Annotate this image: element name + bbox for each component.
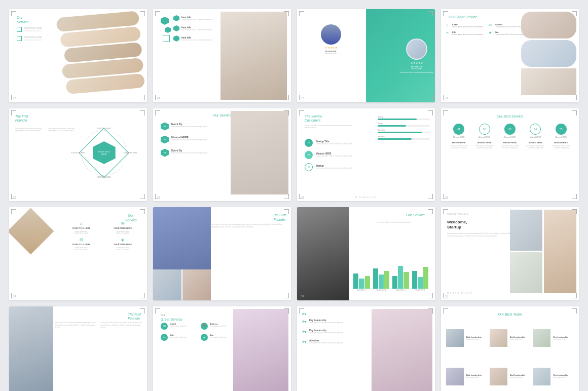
team-item-5: Bad LeadershipLorem ipsum dolor — [490, 359, 531, 391]
slide5-title: The FristFounder — [15, 114, 28, 123]
slide4-num: 24 — [445, 97, 448, 100]
slide7-num: 49 — [301, 196, 304, 199]
slide-9: OurService ⌂ YOUR TITLE HERE Lorem ipsum… — [9, 207, 147, 300]
slide13-title: The FristFounder — [128, 312, 141, 321]
slide10-num: 64 — [157, 295, 160, 298]
slide16-title: Our Best Team — [498, 312, 522, 316]
slide-15: 🗝 🗝 Key Leadership Lorem ipsum dolor sit… — [297, 306, 435, 391]
slide-2: Item title Lorem ipsum dolor sit amet co… — [153, 9, 291, 102]
slide-12: WELCOME PRESENTS A Wellcome,Startup Lore… — [441, 207, 579, 300]
slide-11: Our Service Lorem ipsum dolor sit amet c… — [297, 207, 435, 300]
slide-4: Our Great Service ⌂ E-MailLorem ipsum do… — [441, 9, 579, 102]
slide12-num: 56 — [445, 295, 448, 298]
slide-16: Our Best Team Bad LeadershipLorem ipsum … — [441, 306, 579, 391]
slide-1: OurService ⌂ YOUR TITLE HERElorem ipsum … — [9, 9, 147, 102]
slide-5: The FristFounder Lorem ipsum dolor sit a… — [9, 108, 147, 202]
slide-8: Our Best Service 01 Minimal HERE 02 Mini… — [441, 108, 579, 202]
slide8-title: Our Best Service — [497, 114, 524, 118]
slide6-num: 29 — [157, 196, 160, 199]
slide7-title: The ServiceCustomers — [305, 114, 322, 123]
slide14-title: Our Great Service — [161, 312, 182, 322]
slide2-num: 64 — [157, 97, 160, 100]
slide1-icon1: ⌂ — [17, 27, 22, 32]
slide-10: The FristFounder MINIMALIST Lorem ipsum … — [153, 207, 291, 300]
slide8-num: 51 — [445, 196, 448, 199]
slide9-num: 54 — [13, 295, 16, 298]
slide1-icon2: ⌗ — [17, 36, 22, 41]
slide12-title: Wellcome,Startup — [447, 220, 467, 229]
team-item-3: Our LeadershipLorem ipsum dolor — [533, 321, 574, 356]
slide1-num: 21 — [13, 97, 16, 100]
slide-6: Our Service 01 Event By Lorem ipsum dolo… — [153, 108, 291, 202]
slide-14: Our Great Service ✉ E-Maillorem ipsum do… — [153, 306, 291, 391]
team-item-1: Bad LeadershipLorem ipsum dolor — [446, 321, 487, 356]
slide-7: The ServiceCustomers Lorem ipsum dolor s… — [297, 108, 435, 202]
slide12-subtitle: WELCOME PRESENTS A — [447, 213, 468, 215]
slide11-title: Our Service — [406, 213, 425, 217]
team-item-2: Bad LeadershipLorem ipsum dolor — [490, 321, 531, 356]
slide10-title: The FristFounder — [273, 213, 286, 222]
slide6-title: Our Service — [213, 113, 232, 117]
team-item-6: Our LeadershipLorem ipsum dolor — [533, 359, 574, 391]
slide5-num: 27 — [13, 196, 16, 199]
slide-13: The FristFounder MINIMALIST Lorem ipsum … — [9, 306, 147, 391]
slide11-num: 59 — [301, 295, 304, 298]
slide-3: ★★★★★ RITS BOYS FASHION STAR ★★★★★ RITS … — [297, 9, 435, 102]
slide1-title: OurService — [17, 15, 28, 24]
slide3-num: 71 — [301, 97, 304, 100]
slide4-title: Our Great Service — [449, 15, 477, 19]
team-item-4: Bad LeadershipLorem ipsum dolor — [446, 359, 487, 391]
